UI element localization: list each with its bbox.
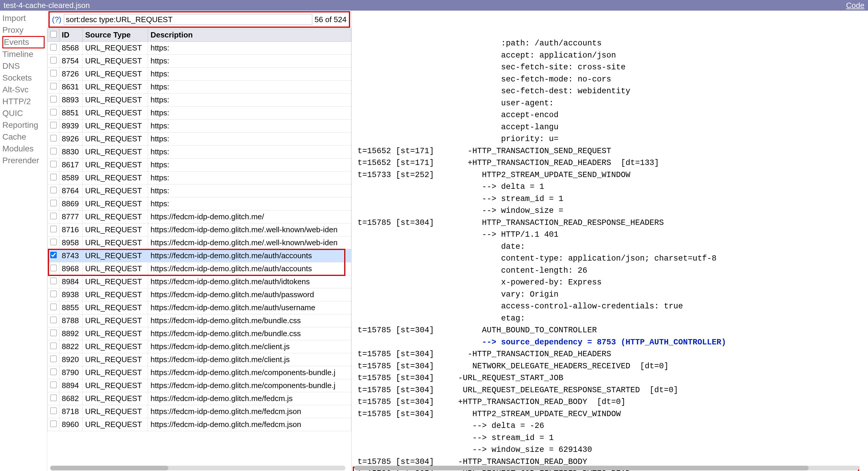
row-checkbox[interactable] [50, 265, 57, 271]
row-checkbox[interactable] [50, 420, 57, 427]
cell-desc: https: [148, 171, 351, 184]
table-row[interactable]: 8968URL_REQUESThttps://fedcm-idp-demo.gl… [48, 262, 351, 275]
filter-input[interactable] [64, 14, 312, 25]
nav-item-http-2[interactable]: HTTP/2 [2, 96, 44, 107]
table-row[interactable]: 8960URL_REQUESThttps://fedcm-idp-demo.gl… [48, 418, 351, 431]
cell-id: 8788 [59, 314, 83, 327]
detail-h-scrollbar[interactable] [354, 466, 859, 470]
table-row[interactable]: 8894URL_REQUESThttps://fedcm-idp-demo.gl… [48, 379, 351, 392]
table-row[interactable]: 8718URL_REQUESThttps://fedcm-idp-demo.gl… [48, 405, 351, 418]
nav-item-import[interactable]: Import [2, 12, 44, 24]
table-row[interactable]: 8617URL_REQUESThttps: [48, 159, 351, 171]
row-checkbox[interactable] [50, 109, 57, 115]
row-checkbox[interactable] [50, 174, 57, 180]
table-row[interactable]: 8726URL_REQUESThttps: [48, 68, 351, 80]
cell-id: 8589 [59, 171, 83, 184]
cell-desc: https://fedcm-idp-demo.glitch.me/auth/id… [148, 275, 351, 288]
filter-help-link[interactable]: (?) [52, 15, 61, 24]
table-row[interactable]: 8631URL_REQUESThttps: [48, 80, 351, 94]
cell-id: 8939 [59, 120, 83, 133]
row-checkbox[interactable] [50, 213, 57, 219]
table-row[interactable]: 8682URL_REQUESThttps://fedcm-idp-demo.gl… [48, 392, 351, 405]
cell-id: 8869 [59, 197, 83, 210]
table-row[interactable]: 8920URL_REQUESThttps://fedcm-idp-demo.gl… [48, 353, 351, 366]
col-id[interactable]: ID [59, 29, 83, 42]
table-row[interactable]: 8790URL_REQUESThttps://fedcm-idp-demo.gl… [48, 366, 351, 379]
row-checkbox[interactable] [50, 330, 57, 336]
nav-item-proxy[interactable]: Proxy [2, 24, 44, 36]
nav-item-events[interactable]: Events [2, 36, 44, 48]
row-checkbox[interactable] [50, 304, 57, 310]
row-checkbox[interactable] [50, 148, 57, 154]
col-desc[interactable]: Description [148, 29, 351, 42]
nav-item-quic[interactable]: QUIC [2, 107, 44, 119]
row-checkbox[interactable] [50, 381, 57, 388]
row-checkbox[interactable] [50, 187, 57, 193]
nav-sidebar: ImportProxyEventsTimelineDNSSocketsAlt-S… [0, 11, 47, 471]
row-checkbox[interactable] [50, 70, 57, 76]
nav-item-prerender[interactable]: Prerender [2, 155, 44, 166]
table-row[interactable]: 8568URL_REQUESThttps: [48, 42, 351, 55]
table-row[interactable]: 8958URL_REQUESThttps://fedcm-idp-demo.gl… [48, 236, 351, 249]
row-checkbox[interactable] [50, 369, 57, 375]
row-checkbox[interactable] [50, 200, 57, 206]
row-checkbox[interactable] [50, 252, 57, 258]
table-row[interactable]: 8855URL_REQUESThttps://fedcm-idp-demo.gl… [48, 301, 351, 314]
row-checkbox[interactable] [50, 96, 57, 102]
table-row[interactable]: 8830URL_REQUESThttps: [48, 145, 351, 159]
row-checkbox[interactable] [50, 395, 57, 401]
table-row[interactable]: 8892URL_REQUESThttps://fedcm-idp-demo.gl… [48, 327, 351, 340]
row-checkbox[interactable] [50, 356, 57, 362]
row-checkbox[interactable] [50, 226, 57, 232]
cell-desc: https: [148, 106, 351, 120]
row-checkbox[interactable] [50, 122, 57, 128]
table-row[interactable]: 8851URL_REQUESThttps: [48, 106, 351, 120]
row-checkbox[interactable] [50, 239, 57, 245]
cell-id: 8926 [59, 133, 83, 145]
select-all-checkbox[interactable] [50, 31, 57, 37]
row-checkbox[interactable] [50, 278, 57, 284]
title-bar: test-4-cache-cleared.json Code [0, 0, 868, 11]
table-row[interactable]: 8788URL_REQUESThttps://fedcm-idp-demo.gl… [48, 314, 351, 327]
table-row[interactable]: 8777URL_REQUESThttps://fedcm-idp-demo.gl… [48, 210, 351, 224]
row-checkbox[interactable] [50, 135, 57, 141]
row-checkbox[interactable] [50, 291, 57, 297]
table-row[interactable]: 8893URL_REQUESThttps: [48, 94, 351, 106]
nav-item-modules[interactable]: Modules [2, 143, 44, 155]
nav-item-alt-svc[interactable]: Alt-Svc [2, 84, 44, 96]
col-source[interactable]: Source Type [83, 29, 148, 42]
row-checkbox[interactable] [50, 317, 57, 323]
table-row[interactable]: 8939URL_REQUESThttps: [48, 120, 351, 133]
log-line: t=15785 [st=304] -HTTP_TRANSACTION_READ_… [358, 348, 862, 360]
row-checkbox[interactable] [50, 83, 57, 90]
nav-item-cache[interactable]: Cache [2, 131, 44, 143]
log-line: t=15785 [st=304] -URL_REQUEST_START_JOB [358, 372, 862, 384]
cell-id: 8726 [59, 68, 83, 80]
nav-item-sockets[interactable]: Sockets [2, 72, 44, 84]
row-checkbox[interactable] [50, 44, 57, 51]
nav-item-timeline[interactable]: Timeline [2, 48, 44, 60]
table-row[interactable]: 8764URL_REQUESThttps: [48, 184, 351, 197]
table-row[interactable]: 8716URL_REQUESThttps://fedcm-idp-demo.gl… [48, 224, 351, 236]
table-row[interactable]: 8589URL_REQUESThttps: [48, 171, 351, 184]
events-table-scroll[interactable]: ID Source Type Description 8568URL_REQUE… [47, 28, 351, 471]
code-link[interactable]: Code [846, 1, 864, 10]
table-row[interactable]: 8743URL_REQUESThttps://fedcm-idp-demo.gl… [48, 249, 351, 262]
table-row[interactable]: 8926URL_REQUESThttps: [48, 133, 351, 145]
table-row[interactable]: 8822URL_REQUESThttps://fedcm-idp-demo.gl… [48, 340, 351, 353]
row-checkbox[interactable] [50, 57, 57, 63]
cell-source: URL_REQUEST [83, 68, 148, 80]
cell-id: 8958 [59, 236, 83, 249]
nav-item-reporting[interactable]: Reporting [2, 119, 44, 131]
row-checkbox[interactable] [50, 408, 57, 414]
row-checkbox[interactable] [50, 161, 57, 167]
event-detail-panel[interactable]: :path: /auth/accounts accept: applicatio… [351, 11, 868, 471]
table-row[interactable]: 8754URL_REQUESThttps: [48, 55, 351, 68]
nav-item-dns[interactable]: DNS [2, 60, 44, 72]
row-checkbox[interactable] [50, 343, 57, 349]
table-row[interactable]: 8869URL_REQUESThttps: [48, 197, 351, 210]
log-line: --> window_size = [358, 205, 862, 217]
h-scrollbar[interactable] [50, 466, 345, 470]
table-row[interactable]: 8984URL_REQUESThttps://fedcm-idp-demo.gl… [48, 275, 351, 288]
table-row[interactable]: 8938URL_REQUESThttps://fedcm-idp-demo.gl… [48, 288, 351, 301]
